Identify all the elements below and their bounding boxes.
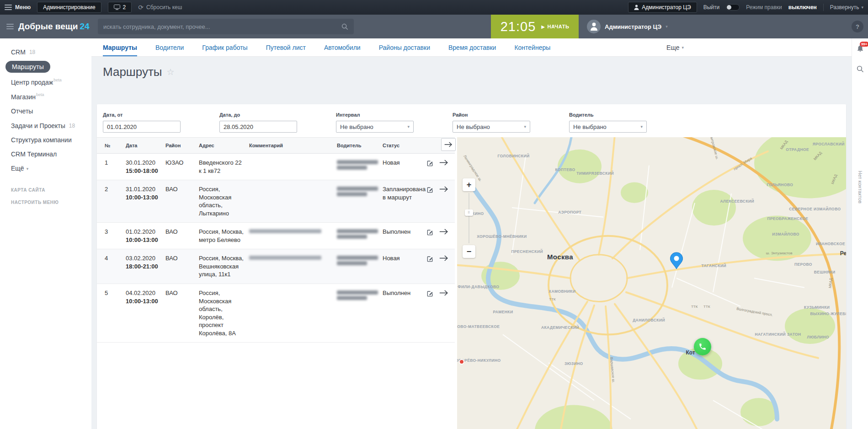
sidebar-item-company-structure[interactable]: Структура компании xyxy=(0,133,91,147)
chevron-down-icon: ▾ xyxy=(524,124,526,129)
logout-link[interactable]: Выйти xyxy=(703,4,720,11)
sidebar-toggle-icon[interactable] xyxy=(6,24,14,29)
column-header: Водитель xyxy=(337,143,383,148)
table-row[interactable]: 403.02.202018:00-21:00ВАОРоссия, Москва,… xyxy=(97,249,455,284)
metro-station-marker xyxy=(459,359,464,365)
open-route-button[interactable] xyxy=(439,255,449,262)
zoom-slider-handle[interactable]: ⠿ xyxy=(465,209,473,216)
map-placemark[interactable] xyxy=(670,252,683,271)
sidebar-item-label: Структура компании xyxy=(11,136,72,144)
edit-route-button[interactable] xyxy=(426,186,434,194)
route-date: 01.02.2020 xyxy=(126,228,161,236)
workday-timer[interactable]: 21:05 ▶ НАЧАТЬ xyxy=(491,15,579,38)
sidebar-item-tasks[interactable]: Задачи и Проекты18 xyxy=(0,118,91,133)
sidebar-item-crm-terminal[interactable]: CRM Терминал xyxy=(0,147,91,161)
sidebar-item-more[interactable]: Ещё▾ xyxy=(0,161,91,175)
filter-input-date-to[interactable] xyxy=(219,121,297,133)
expand-panel-button[interactable]: Развернуть ▾ xyxy=(830,4,863,11)
tab-schedule[interactable]: График работы xyxy=(202,38,247,56)
sidebar-item-reports[interactable]: Отчеты xyxy=(0,104,91,118)
edit-route-button[interactable] xyxy=(426,290,434,298)
filter-label: Дата, до xyxy=(219,112,297,118)
edit-route-button[interactable] xyxy=(426,159,434,167)
route-number-cell: 3 xyxy=(105,228,126,244)
admin-user-button[interactable]: Администратор ЦЭ xyxy=(628,2,697,13)
app-logo[interactable]: Добрые вещи24 xyxy=(18,21,90,32)
route-date-cell: 01.02.202010:00-13:00 xyxy=(126,228,165,244)
route-date-cell: 31.01.202010:00-13:00 xyxy=(126,185,165,217)
desktop-notifications-button[interactable]: 2 xyxy=(108,2,132,13)
tab-cars[interactable]: Автомобили xyxy=(324,38,361,56)
filter-interval: ИнтервалНе выбрано▾ xyxy=(336,112,414,133)
zoom-out-button[interactable]: − xyxy=(463,245,475,258)
section-tabs: МаршрутыВодителиГрафик работыПутевой лис… xyxy=(91,38,852,57)
filter-select-driver[interactable]: Не выбрано▾ xyxy=(569,121,647,133)
zoom-in-button[interactable]: + xyxy=(463,178,475,191)
notifications-button[interactable]: 99+ xyxy=(856,44,864,54)
edit-mode-state: выключен xyxy=(788,4,817,11)
search-input[interactable] xyxy=(103,23,341,30)
telephony-button[interactable] xyxy=(694,338,711,355)
user-menu[interactable]: Администратор ЦЭ ▾ xyxy=(579,20,676,33)
sidebar-item-store[interactable]: Магазинbeta xyxy=(0,89,91,104)
filters-bar: Дата, отДата, доИнтервалНе выбрано▾Район… xyxy=(97,104,846,137)
edit-route-button[interactable] xyxy=(426,255,434,263)
open-route-button[interactable] xyxy=(439,159,449,166)
sidebar-item-crm[interactable]: CRM18 xyxy=(0,45,91,59)
start-workday-button[interactable]: ▶ НАЧАТЬ xyxy=(541,24,569,29)
help-button[interactable]: ? xyxy=(852,21,863,32)
hamburger-icon xyxy=(5,5,12,10)
table-row[interactable]: 301.02.202010:00-13:00ВАОРоссия, Москва,… xyxy=(97,223,455,249)
tab-delivery-districts[interactable]: Районы доставки xyxy=(379,38,430,56)
sidebar-link-sitemap[interactable]: КАРТА САЙТА xyxy=(0,184,91,196)
sidebar-item-label: Ещё xyxy=(11,165,24,172)
redacted-text xyxy=(337,229,378,233)
open-route-button[interactable] xyxy=(439,290,449,296)
expand-table-button[interactable] xyxy=(441,138,456,151)
global-search[interactable] xyxy=(98,19,354,34)
redacted-text xyxy=(337,187,378,191)
rail-search-button[interactable] xyxy=(857,65,864,75)
open-route-button[interactable] xyxy=(439,186,449,193)
filter-input-date-from[interactable] xyxy=(103,121,181,133)
route-address-cell: Россия, Москва, метро Беляево xyxy=(199,228,249,244)
column-header: Дата xyxy=(126,143,165,148)
route-driver-cell xyxy=(337,254,383,279)
route-comment-cell xyxy=(249,254,337,279)
tabs-more-button[interactable]: Еще ▾ xyxy=(666,38,684,57)
sidebar-item-routes[interactable]: Маршруты xyxy=(0,59,91,75)
sidebar-item-label: Задачи и Проекты xyxy=(11,122,65,129)
administration-button[interactable]: Администрирование xyxy=(37,2,101,13)
tab-containers[interactable]: Контейнеры xyxy=(514,38,550,56)
route-district-cell: ВАО xyxy=(165,185,199,217)
favorite-star-icon[interactable]: ☆ xyxy=(167,67,175,77)
monitor-icon xyxy=(114,5,120,10)
tab-routes[interactable]: Маршруты xyxy=(103,38,137,56)
map[interactable]: МоскваКотРеГОЛОВИНСКИЙОТРАДНОЕЯРОСЛАВСКИ… xyxy=(457,137,846,429)
beta-badge: beta xyxy=(53,78,62,82)
tab-waybill[interactable]: Путевой лист xyxy=(266,38,306,56)
sidebar-item-sales-center[interactable]: Центр продажbeta xyxy=(0,75,91,89)
reset-cache-button[interactable]: ⟳ Сбросить кеш xyxy=(138,4,182,11)
table-row[interactable]: 231.01.202010:00-13:00ВАОРоссия, Московс… xyxy=(97,180,455,223)
sidebar: CRM18МаршрутыЦентр продажbetaМагазинbeta… xyxy=(0,38,91,429)
edit-mode-toggle[interactable] xyxy=(726,4,740,11)
table-row[interactable]: 504.02.202010:00-13:00ВАОРоссия, Московс… xyxy=(97,284,455,343)
route-time: 18:00-21:00 xyxy=(126,263,161,271)
zoom-slider-track[interactable] xyxy=(469,193,469,243)
admin-menu-button[interactable]: Меню xyxy=(5,4,31,11)
table-row[interactable]: 130.01.202015:00-18:00ЮЗАОВведенского 22… xyxy=(97,154,455,180)
route-date: 31.01.2020 xyxy=(126,185,161,193)
filter-select-district[interactable]: Не выбрано▾ xyxy=(453,121,530,133)
redacted-text xyxy=(337,192,367,196)
sidebar-item-label: CRM xyxy=(11,48,26,56)
edit-route-button[interactable] xyxy=(426,228,434,236)
open-route-button[interactable] xyxy=(439,228,449,235)
route-status-cell: Запланирована в маршрут xyxy=(383,185,426,217)
play-icon: ▶ xyxy=(541,24,545,29)
sidebar-link-configure-menu[interactable]: НАСТРОИТЬ МЕНЮ xyxy=(0,196,91,209)
filter-label: Район xyxy=(453,112,530,118)
tab-drivers[interactable]: Водители xyxy=(155,38,184,56)
tab-delivery-time[interactable]: Время доставки xyxy=(448,38,496,56)
filter-select-interval[interactable]: Не выбрано▾ xyxy=(336,121,414,133)
